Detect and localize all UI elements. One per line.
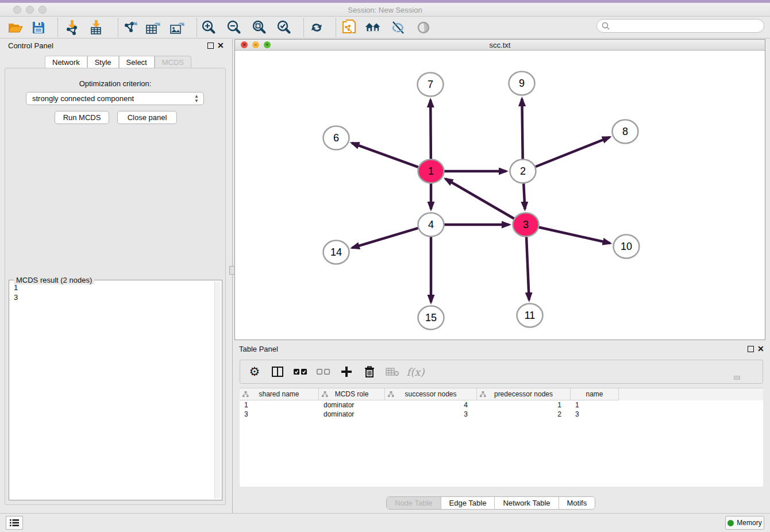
edge-2-8[interactable] [535, 137, 610, 167]
zoom-in-icon[interactable] [200, 20, 217, 36]
memory-label: Memory [737, 519, 761, 527]
table-cell[interactable]: 1 [571, 400, 619, 410]
chevron-up-down-icon: ▲▼ [194, 94, 199, 103]
float-table-panel-icon[interactable] [748, 346, 754, 352]
float-panel-icon[interactable] [207, 43, 214, 49]
node-label-8: 8 [622, 126, 628, 137]
eye-icon [415, 20, 432, 36]
edge-3-10[interactable] [538, 227, 610, 243]
control-panel-tabs: Network Style Select MCDS [45, 56, 191, 68]
node-label-14: 14 [330, 246, 342, 258]
node-label-9: 9 [519, 78, 525, 89]
table-cell[interactable]: 3 [240, 410, 319, 419]
memory-button[interactable]: Memory [725, 516, 764, 530]
node-label-4: 4 [428, 219, 434, 230]
column-header-MCDS-role[interactable]: MCDS role [319, 388, 385, 400]
table-cell[interactable]: 4 [385, 400, 477, 410]
table-cell[interactable]: 2 [477, 410, 571, 419]
table-cell[interactable]: dominator [319, 400, 385, 410]
status-bar: Memory [0, 513, 770, 532]
search-input[interactable] [610, 22, 753, 30]
tab-select[interactable]: Select [119, 56, 155, 68]
edge-3-1[interactable] [445, 179, 515, 219]
zoom-out-icon[interactable] [225, 20, 242, 36]
table-cell[interactable]: dominator [319, 410, 385, 419]
deselect-all-icon[interactable] [316, 364, 331, 379]
refresh-icon[interactable] [308, 20, 325, 36]
import-table-icon[interactable] [87, 20, 105, 36]
search-icon [602, 22, 610, 30]
search-field[interactable] [596, 19, 764, 33]
tab-network[interactable]: Network [45, 56, 87, 68]
table-body: 1dominator4113dominator323 [240, 400, 763, 419]
main-toolbar [0, 17, 770, 38]
import-network-icon[interactable] [63, 20, 80, 36]
node-label-10: 10 [621, 241, 632, 252]
save-icon[interactable] [30, 20, 47, 36]
column-header-successor-nodes[interactable]: successor nodes [385, 388, 477, 400]
table-cell[interactable]: 3 [571, 410, 619, 419]
table-cell[interactable]: 1 [477, 400, 571, 410]
add-icon[interactable] [339, 364, 354, 379]
homes-icon[interactable] [364, 20, 382, 36]
select-all-icon[interactable] [293, 364, 308, 379]
close-panel-icon[interactable]: ✕ [217, 41, 224, 49]
tree-icon [388, 391, 394, 398]
export-table-icon[interactable] [145, 20, 162, 36]
export-image-icon[interactable] [169, 20, 186, 36]
toolbar-separator [336, 18, 336, 37]
tab-edge-table[interactable]: Edge Table [441, 497, 495, 509]
table-cell[interactable]: 1 [240, 400, 319, 410]
task-history-button[interactable] [6, 516, 23, 530]
edge-1-6[interactable] [352, 143, 419, 167]
column-header-predecessor-nodes[interactable]: predecessor nodes [477, 388, 571, 400]
application-window: Session: New Session [0, 0, 770, 532]
node-label-3: 3 [523, 219, 529, 230]
zoom-selected-icon[interactable] [275, 20, 292, 36]
edge-3-11[interactable] [526, 236, 529, 300]
column-header-shared-name[interactable]: shared name [240, 388, 319, 400]
toolbar-separator [118, 18, 118, 37]
clone-network-icon[interactable] [340, 20, 357, 36]
optimization-criterion-select[interactable]: strongly connected component ▲▼ [26, 92, 204, 105]
tree-icon [242, 391, 249, 398]
network-canvas[interactable]: 7968124314101511 [235, 51, 765, 340]
run-mcds-button[interactable]: Run MCDS [55, 111, 109, 124]
edge-1-7[interactable] [430, 100, 431, 160]
tab-network-table[interactable]: Network Table [495, 497, 559, 509]
hide-style-icon[interactable] [390, 20, 407, 36]
table-cell[interactable]: 3 [385, 410, 477, 419]
tab-node-table[interactable]: Node Table [387, 497, 441, 509]
titlebar: Session: New Session [0, 3, 770, 17]
tree-icon [480, 391, 486, 398]
zoom-fit-icon[interactable] [251, 20, 268, 36]
table-row[interactable]: 3dominator323 [240, 410, 763, 419]
toolbar-separator [303, 18, 304, 37]
node-label-11: 11 [525, 310, 536, 321]
edge-2-3[interactable] [523, 183, 525, 209]
edge-4-14[interactable] [352, 228, 419, 248]
gear-icon[interactable]: ⚙ [247, 364, 262, 379]
selected-option: strongly connected component [32, 94, 134, 103]
open-folder-icon[interactable] [7, 20, 24, 36]
edge-2-9[interactable] [522, 99, 522, 160]
tab-style[interactable]: Style [87, 56, 119, 68]
mcds-result-group: MCDS result (2 nodes) 1 3 [9, 280, 222, 500]
node-table[interactable]: shared nameMCDS rolesuccessor nodesprede… [240, 388, 763, 487]
panel-divider [232, 39, 233, 513]
network-title: scc.txt [235, 41, 765, 49]
close-table-panel-icon[interactable]: ✕ [757, 345, 764, 353]
result-scrollbar[interactable] [214, 282, 221, 499]
network-window-titlebar: ✕ − + scc.txt [235, 40, 765, 51]
optimization-criterion-label: Optimization criterion: [5, 79, 225, 88]
delete-icon[interactable] [362, 364, 377, 379]
export-network-icon[interactable] [122, 20, 139, 36]
mcds-result-text[interactable]: 1 3 [10, 283, 213, 496]
tree-icon [322, 391, 328, 398]
close-panel-button[interactable]: Close panel [117, 111, 177, 124]
column-header-name[interactable]: name [571, 388, 619, 400]
tab-motifs[interactable]: Motifs [559, 497, 595, 509]
split-pane-icon[interactable] [270, 364, 285, 379]
tab-mcds[interactable]: MCDS [155, 56, 191, 68]
table-row[interactable]: 1dominator411 [240, 400, 763, 410]
